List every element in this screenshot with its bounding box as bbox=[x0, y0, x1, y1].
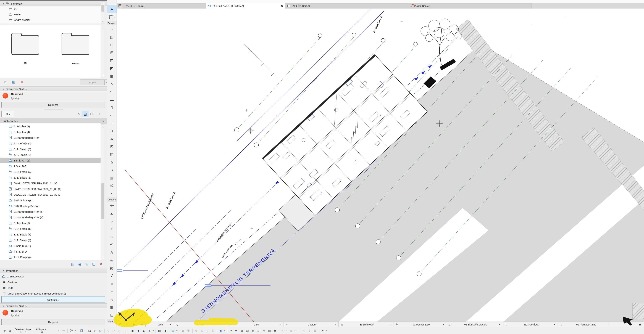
tree-item[interactable]: 4 Snitt D-D bbox=[0, 249, 100, 254]
rotate-button[interactable]: ↻ bbox=[301, 329, 307, 333]
project-map-icon[interactable]: ⌂ bbox=[76, 111, 82, 117]
story-settings-button[interactable]: ⌂≡ bbox=[98, 329, 104, 333]
save-view-button[interactable]: ◉ bbox=[78, 262, 81, 266]
pens-button[interactable]: ✎ bbox=[261, 329, 267, 333]
panel-splitter[interactable] bbox=[0, 109, 107, 110]
wall-reference-button[interactable]: ▫ bbox=[280, 329, 286, 333]
text-tool[interactable]: A bbox=[107, 249, 116, 257]
tree-item[interactable]: 2 Snitt C-C (1) bbox=[0, 243, 100, 249]
request-button[interactable]: Request bbox=[2, 102, 105, 108]
angle-dimension-tool[interactable]: ∠ bbox=[107, 225, 116, 233]
magic-wand-dropdown[interactable]: ▾ bbox=[326, 330, 328, 332]
tree-scrollbar[interactable]: ∧ ∨ bbox=[101, 124, 105, 259]
publisher-icon[interactable]: ❏ bbox=[95, 111, 101, 117]
properties-header[interactable]: ▼ Properties bbox=[0, 268, 107, 273]
drawing-canvas[interactable]: BYGGELINJE BYGGELINJE EIENDOMSGRENSE GJE… bbox=[117, 8, 644, 322]
capture-button[interactable]: ◉ bbox=[218, 329, 224, 333]
pen-set[interactable]: ✎ 01 Penner 1:50 ▸ bbox=[393, 322, 447, 327]
selection-layer-lock-icon[interactable]: ⊖ bbox=[20, 331, 22, 333]
surveyor-button[interactable]: ⊼ bbox=[210, 329, 216, 333]
morph-tool[interactable]: ◖ bbox=[107, 190, 116, 197]
tab-2-u-etasje[interactable]: [2. U. Etasje] bbox=[123, 3, 206, 8]
quick-layer-visibility-button[interactable]: ⊛ bbox=[2, 329, 7, 333]
quick-options-button[interactable]: ▣ bbox=[636, 322, 644, 327]
tree-item[interactable]: 5. Takplan (5) bbox=[0, 220, 100, 226]
tree-item[interactable]: DWG1 DETALJER FRA 2023_11_30 (2) bbox=[0, 192, 100, 197]
segment-expand-icon[interactable]: ▸ bbox=[443, 324, 446, 326]
object-tool[interactable]: ♙ bbox=[107, 158, 116, 166]
segment-expand-icon[interactable]: ▸ bbox=[608, 324, 611, 326]
fills-button[interactable]: ▨ bbox=[250, 329, 256, 333]
curtain-wall-dropdown[interactable]: ▾ bbox=[294, 330, 296, 332]
renovation-filter[interactable]: ⌂ 06 Planlagt status ▸ bbox=[558, 322, 612, 327]
wall-reference-dropdown[interactable]: ▾ bbox=[286, 330, 288, 332]
explore-model-button[interactable]: Ψ bbox=[186, 329, 191, 333]
zoom-forward-button[interactable]: ↻ bbox=[124, 323, 130, 326]
segment-expand-icon[interactable]: ▸ bbox=[499, 324, 502, 326]
go-down-story-button[interactable]: ⌂↓ bbox=[87, 329, 92, 333]
editing-plane-button[interactable]: ◇ bbox=[205, 329, 210, 333]
fill-tool[interactable]: ▨ bbox=[107, 264, 116, 272]
new-folder-button[interactable]: ⊞ bbox=[86, 262, 88, 266]
tab-1-snitt-a-a[interactable]: (!) 1 Snitt A-A (1) [1 Snitt A-A] ✕ bbox=[206, 3, 285, 8]
selection-layer-show-icon[interactable]: ◔ bbox=[15, 331, 18, 333]
tab-a30-101-snitt-a[interactable]: [A30-101 Snitt A] bbox=[285, 3, 408, 8]
label-tool[interactable]: A1 bbox=[107, 257, 116, 264]
slab-tool[interactable]: ▭ bbox=[107, 111, 116, 119]
cover-fills-button[interactable]: ≋ bbox=[256, 329, 261, 333]
drawing-scale[interactable]: ▭ 1:50 ▸ bbox=[227, 322, 283, 327]
show-3d-window-button[interactable]: ▣ bbox=[130, 329, 136, 333]
property-row[interactable]: ▭ 1:50 bbox=[1, 285, 106, 291]
separator[interactable] bbox=[156, 329, 156, 333]
tree-item[interactable]: 01 Kartunderlag NTM (5) bbox=[0, 209, 100, 215]
tree-item[interactable]: 01 Kartunderlag NTM (1) bbox=[0, 215, 100, 220]
favorite-item[interactable]: 2D bbox=[0, 6, 100, 11]
property-row[interactable]: 1 Snitt A-A (1) bbox=[1, 274, 106, 279]
tree-item[interactable]: 2. U. Etasje (3) bbox=[0, 140, 100, 146]
all-layers-lock-icon[interactable]: ⊖ bbox=[40, 331, 44, 333]
orbit-button[interactable]: ➤ bbox=[135, 328, 141, 334]
scroll-up-icon[interactable]: ∧ bbox=[101, 125, 105, 128]
tree-item[interactable]: 4. 2. Etasje (4) bbox=[0, 237, 100, 243]
quick-layer-lock-button[interactable]: ⊘ bbox=[7, 329, 13, 333]
set-origin-button[interactable]: ⊕ bbox=[194, 329, 199, 333]
tree-item[interactable]: 2. U. Etasje (6) bbox=[0, 254, 100, 260]
tree-view-selector[interactable]: ⊞▸ bbox=[2, 111, 14, 117]
teamwork-status-header[interactable]: ▼ Teamwork Status bbox=[0, 86, 107, 91]
layouts-button[interactable]: ▥ bbox=[267, 329, 272, 333]
separator[interactable] bbox=[192, 329, 192, 333]
railing-tool[interactable]: Π bbox=[107, 127, 116, 135]
all-layers-show-icon[interactable]: ◔ bbox=[36, 331, 39, 333]
corner-window-tool[interactable]: ◳ bbox=[107, 56, 116, 64]
tree-item[interactable]: 2. U. Etasje (5) bbox=[0, 226, 100, 232]
new-favorite-button[interactable]: ✩ bbox=[4, 80, 7, 84]
delete-view-button[interactable]: ✕ bbox=[99, 262, 102, 266]
scroll-down-icon[interactable]: ∨ bbox=[101, 20, 105, 23]
element-settings-dropdown[interactable]: ▾ bbox=[176, 330, 178, 332]
mirror-button[interactable]: ⇔ bbox=[296, 329, 301, 333]
grid-element-tool[interactable]: ① bbox=[107, 182, 116, 190]
new-folder-button[interactable]: ⊞ bbox=[12, 80, 15, 84]
segment-expand-icon[interactable]: ▸ bbox=[335, 324, 338, 326]
pen-sets-button[interactable]: ≣ bbox=[272, 329, 278, 333]
wall-tool[interactable]: ▱ bbox=[107, 25, 116, 33]
close-tab-icon[interactable]: ✕ bbox=[281, 4, 283, 7]
tree-item[interactable]: DWG1 DETALJER FRA 2023_11_30 bbox=[0, 180, 100, 186]
request-button-2[interactable]: Request bbox=[2, 319, 105, 325]
tree-item[interactable]: 01 Kartunderlag NTM bbox=[0, 135, 100, 140]
scroll-down-icon[interactable]: ∨ bbox=[101, 73, 105, 77]
view-map-icon[interactable]: ▤ bbox=[82, 111, 88, 117]
navigator-popup-button[interactable]: ❐ bbox=[79, 329, 84, 333]
equipment-tool[interactable]: ▣ bbox=[107, 174, 116, 182]
segment-expand-icon[interactable]: ▸ bbox=[170, 324, 173, 326]
tree-item[interactable]: 4. 2. Etasje (3) bbox=[0, 152, 100, 158]
go-up-story-button[interactable]: ⌂↑ bbox=[92, 329, 98, 333]
rebuild-button[interactable]: ✿ bbox=[180, 329, 186, 333]
drawing-tool[interactable]: ⊡ bbox=[107, 311, 116, 319]
stair-tool[interactable]: ☰ bbox=[107, 119, 116, 127]
zone-tool[interactable]: ◱ bbox=[107, 150, 116, 158]
separator[interactable] bbox=[179, 329, 179, 333]
grid-tool[interactable]: ⊠ bbox=[107, 143, 116, 150]
zoom-in-button[interactable]: ⊕ bbox=[130, 323, 137, 326]
tree-item[interactable]: 3. 1. Etasje (5) bbox=[0, 146, 100, 152]
